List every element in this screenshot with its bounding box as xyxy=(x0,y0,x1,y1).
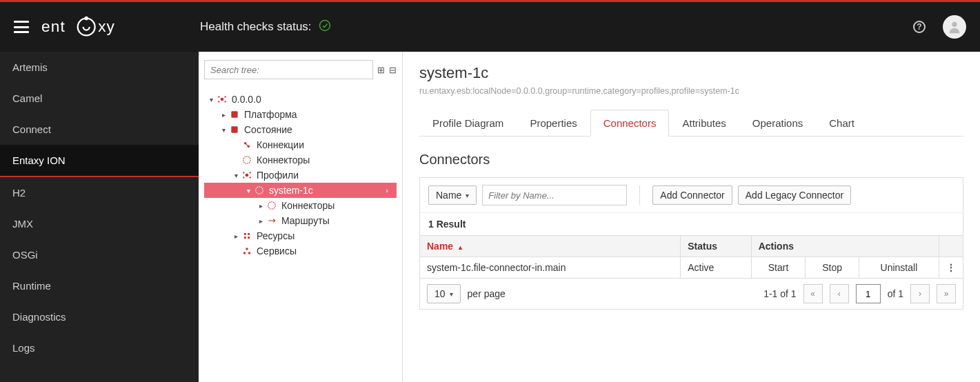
node-icon xyxy=(241,170,252,181)
sidebar-item-runtime[interactable]: Runtime xyxy=(0,270,199,301)
chevron-down-icon: ▾ xyxy=(232,172,240,179)
tab-operations[interactable]: Operations xyxy=(739,110,816,137)
sidebar-item-connect[interactable]: Connect xyxy=(0,114,199,145)
svg-point-28 xyxy=(243,252,246,254)
tree-node-connectors[interactable]: Коннекторы xyxy=(204,152,397,168)
chevron-right-icon: ▸ xyxy=(257,202,265,210)
pager-next-icon[interactable]: › xyxy=(910,284,930,303)
health-label: Health checks status: xyxy=(200,20,312,34)
chevron-right-icon: ▸ xyxy=(257,217,265,225)
col-menu xyxy=(939,236,963,257)
tab-properties[interactable]: Properties xyxy=(517,110,590,137)
chevron-down-icon: ▾ xyxy=(207,96,215,103)
svg-point-20 xyxy=(250,177,251,178)
tab-connectors[interactable]: Connectors xyxy=(590,110,670,137)
user-avatar-icon[interactable] xyxy=(943,15,966,39)
add-connector-button[interactable]: Add Connector xyxy=(652,185,732,205)
per-page-dropdown[interactable]: 10 ▾ xyxy=(427,284,461,303)
col-status[interactable]: Status xyxy=(681,236,751,257)
sidebar-item-h2[interactable]: H2 xyxy=(0,177,199,208)
tab-chart[interactable]: Chart xyxy=(816,110,868,137)
tree-node-system-1c-routes[interactable]: ▸ Маршруты xyxy=(204,213,397,228)
section-title: Connectors xyxy=(419,152,963,168)
sidebar-item-artemis[interactable]: Artemis xyxy=(0,52,199,83)
filter-field-label: Name xyxy=(436,190,461,201)
node-icon xyxy=(229,124,240,135)
svg-point-27 xyxy=(246,248,248,250)
node-icon xyxy=(266,200,277,211)
tree-node-services[interactable]: Сервисы xyxy=(204,243,397,259)
pager-prev-icon[interactable]: ‹ xyxy=(830,284,849,303)
kebab-menu-icon[interactable]: ⋮ xyxy=(946,262,956,273)
expand-all-icon[interactable]: ⊞ xyxy=(377,65,385,75)
svg-rect-25 xyxy=(244,237,246,239)
tree-node-root[interactable]: ▾ 0.0.0.0 xyxy=(204,92,397,107)
tab-attributes[interactable]: Attributes xyxy=(669,110,739,137)
table-row: system-1c.file-connector-in.main Active … xyxy=(420,257,963,279)
collapse-all-icon[interactable]: ⊟ xyxy=(389,65,397,75)
tree-label: Состояние xyxy=(244,124,292,135)
tree-label: Платформа xyxy=(244,109,297,120)
filter-input[interactable] xyxy=(482,185,627,205)
pager-first-icon[interactable]: « xyxy=(803,284,823,303)
pager-page-input[interactable] xyxy=(856,284,881,303)
stop-button[interactable]: Stop xyxy=(822,262,842,273)
pager-of-label: of 1 xyxy=(888,288,903,299)
tab-profile-diagram[interactable]: Profile Diagram xyxy=(419,110,517,137)
hamburger-menu-icon[interactable] xyxy=(14,21,29,33)
sidebar: Artemis Camel Connect Entaxy ION H2 JMX … xyxy=(0,52,199,382)
tree-node-platform[interactable]: ▸ Платформа xyxy=(204,107,397,122)
svg-point-8 xyxy=(225,96,226,97)
sidebar-item-jmx[interactable]: JMX xyxy=(0,208,199,239)
node-icon xyxy=(241,230,252,241)
node-icon xyxy=(229,109,240,120)
tree-node-system-1c[interactable]: ▾ system-1c › xyxy=(204,183,397,198)
tree-node-system-1c-connectors[interactable]: ▸ Коннекторы xyxy=(204,198,397,213)
sidebar-item-diagnostics[interactable]: Diagnostics xyxy=(0,301,199,332)
tree-label: Коннекции xyxy=(257,139,304,150)
sort-asc-icon: ▴ xyxy=(459,243,462,251)
tree-node-resources[interactable]: ▸ Ресурсы xyxy=(204,228,397,243)
pager-range: 1-1 of 1 xyxy=(763,288,796,299)
add-legacy-connector-button[interactable]: Add Legacy Connector xyxy=(738,185,851,205)
uninstall-button[interactable]: Uninstall xyxy=(881,262,918,273)
chevron-right-icon: ▸ xyxy=(219,111,228,119)
col-name[interactable]: Name ▴ xyxy=(420,236,681,257)
tree-label: Сервисы xyxy=(257,245,297,257)
node-icon xyxy=(254,185,265,196)
svg-text:ent: ent xyxy=(41,17,66,35)
tree-search-input[interactable] xyxy=(204,60,373,79)
svg-text:xy: xy xyxy=(98,17,115,35)
result-count: 1 Result xyxy=(420,212,963,235)
sidebar-item-camel[interactable]: Camel xyxy=(0,83,199,114)
svg-point-29 xyxy=(248,252,251,254)
svg-point-18 xyxy=(250,172,251,173)
logo[interactable]: ent xy xyxy=(41,10,159,44)
svg-point-19 xyxy=(243,177,244,178)
tree-node-profiles[interactable]: ▾ Профили xyxy=(204,168,397,183)
svg-point-2 xyxy=(84,17,88,21)
svg-point-1 xyxy=(78,19,95,36)
toolbar: Name ▾ Add Connector Add Legacy Connecto… xyxy=(420,178,963,212)
filter-field-dropdown[interactable]: Name ▾ xyxy=(428,185,477,205)
tree: ▾ 0.0.0.0 ▸ Платформа ▾ Состояние Коннек… xyxy=(204,92,397,259)
svg-point-4 xyxy=(319,20,330,30)
start-button[interactable]: Start xyxy=(768,262,789,273)
svg-rect-23 xyxy=(244,233,246,235)
svg-point-21 xyxy=(256,187,263,194)
svg-point-16 xyxy=(246,174,249,177)
chevron-right-icon: ▸ xyxy=(232,232,240,240)
chevron-down-icon: ▾ xyxy=(219,126,228,134)
sidebar-item-entaxy-ion[interactable]: Entaxy ION xyxy=(0,145,199,177)
help-icon[interactable]: ? xyxy=(913,21,926,33)
sidebar-item-osgi[interactable]: OSGi xyxy=(0,239,199,270)
tree-node-state[interactable]: ▾ Состояние xyxy=(204,122,397,137)
sidebar-item-logs[interactable]: Logs xyxy=(0,332,199,363)
pager-last-icon[interactable]: » xyxy=(937,284,956,303)
svg-point-17 xyxy=(243,172,244,173)
svg-rect-11 xyxy=(231,111,237,117)
cell-name: system-1c.file-connector-in.main xyxy=(420,257,681,279)
tree-node-connections[interactable]: Коннекции xyxy=(204,137,397,152)
chevron-down-icon: ▾ xyxy=(466,192,469,199)
svg-point-5 xyxy=(952,22,957,27)
